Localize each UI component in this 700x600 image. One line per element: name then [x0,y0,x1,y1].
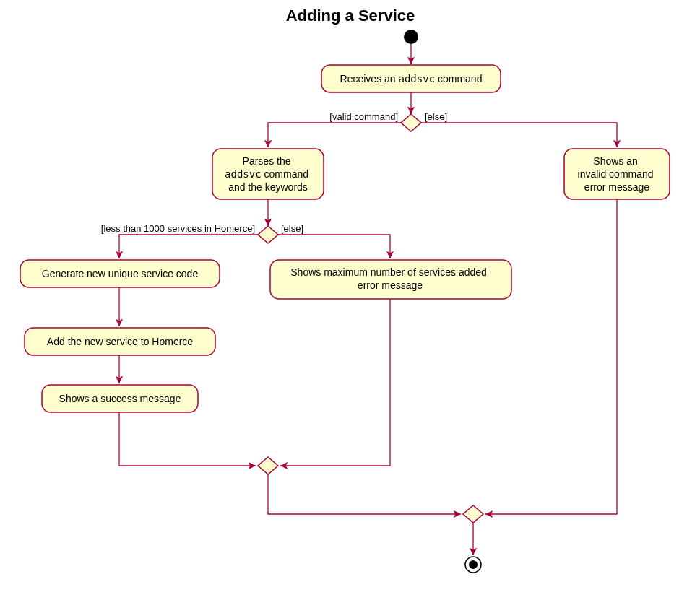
edge-decision1-invalid [421,123,617,147]
edge-decision1-parses [268,123,401,147]
activity-add-service-text: Add the new service to Homerce [47,336,194,347]
guard-less-than: [less than 1000 services in Homerce] [101,223,255,234]
decision-valid-command [401,114,421,131]
merge-1 [258,457,278,474]
activity-receives-text: Receives an addsvc command [340,73,483,84]
diagram-title: Adding a Service [286,6,415,25]
guard-else-1: [else] [425,111,447,122]
start-node [404,30,418,44]
edge-decision2-maxerror [278,235,390,258]
edge-decision2-generate [119,235,258,258]
edge-invalid-merge2 [485,199,617,514]
activity-generate-text: Generate new unique service code [42,268,199,279]
end-node-inner [469,560,478,569]
activity-success-text: Shows a success message [59,393,181,404]
guard-else-2: [else] [281,223,303,234]
decision-service-count [258,226,278,243]
merge-2 [463,505,483,523]
guard-valid-command: [valid command] [329,111,398,122]
edge-merge1-merge2 [268,474,461,514]
edge-success-merge1 [119,412,256,466]
edge-maxerror-merge1 [280,299,390,466]
